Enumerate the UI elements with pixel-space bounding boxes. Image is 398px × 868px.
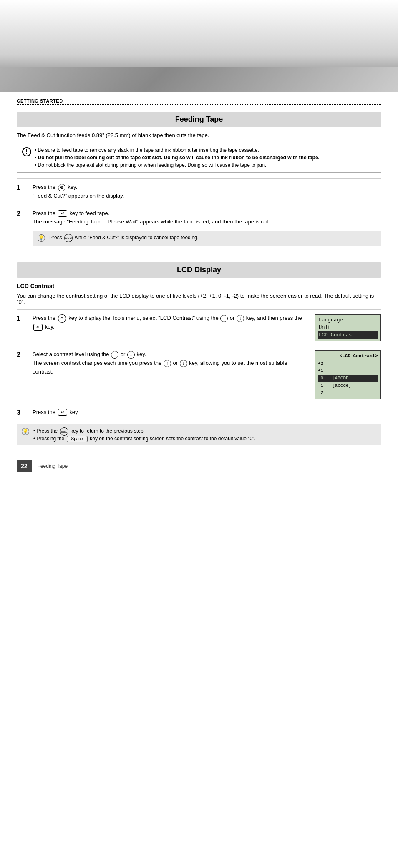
lcd-step-2: 2 Select a contrast level using the ↑ or… bbox=[17, 346, 381, 404]
feed-cut-key: ⊗ bbox=[58, 184, 65, 191]
preview-p1 bbox=[330, 367, 378, 375]
section-label: GETTING STARTED bbox=[17, 98, 381, 103]
page-footer: 22 Feeding Tape bbox=[17, 458, 381, 472]
warning-icon: ! bbox=[22, 147, 31, 156]
lcd-step-1-content: Press the ⚙ key to display the Tools men… bbox=[33, 314, 381, 341]
down-arrow-3: ↓ bbox=[180, 360, 187, 367]
step2-text: Press the bbox=[33, 210, 55, 216]
feeding-tape-intro: The Feed & Cut function feeds 0.89" (22.… bbox=[17, 132, 381, 138]
lcd-step-3-content: Press the ↵ key. bbox=[33, 408, 381, 417]
tip-press: Press bbox=[49, 235, 62, 241]
lcd-step1-text: Press the ⚙ key to display the Tools men… bbox=[33, 314, 308, 331]
warning-box: ! • Be sure to feed tape to remove any s… bbox=[17, 143, 381, 173]
preview-n1: [abcde] bbox=[330, 382, 378, 390]
lcd-contrast-header: <LCD Contrast> bbox=[318, 353, 378, 360]
preview-n2 bbox=[330, 389, 378, 397]
lcd-levels-grid: +2 +1 0 [ABCDE] -1 [abcde] -2 bbox=[318, 360, 378, 397]
lcd-contrast-title: LCD Contrast bbox=[17, 283, 381, 289]
up-arrow-2: ↑ bbox=[111, 351, 118, 359]
footer-label: Feeding Tape bbox=[38, 463, 68, 469]
lcd-screen-2: <LCD Contrast> +2 +1 0 [ABCDE] -1 [abcde… bbox=[315, 350, 381, 399]
tip-content-1: Press ESC while "Feed & Cut?" is display… bbox=[49, 234, 199, 242]
step-number-2: 2 bbox=[17, 209, 28, 218]
lcd-contrast-title-display: <LCD Contrast> bbox=[340, 353, 378, 360]
level-n2: -2 bbox=[318, 389, 330, 397]
lcd-screen-1: Language Unit LCD Contrast bbox=[315, 314, 381, 341]
esc-key-2: ESC bbox=[60, 427, 68, 436]
enter-key-2: ↵ bbox=[33, 324, 43, 331]
lcd-step-1: 1 Press the ⚙ key to display the Tools m… bbox=[17, 309, 381, 346]
down-arrow-2: ↓ bbox=[127, 351, 135, 359]
warning-item-2: • Do not pull the label coming out of th… bbox=[35, 155, 320, 161]
lcd-step-number-1: 1 bbox=[17, 314, 28, 323]
feeding-step-2: 2 Press the ↵ key to feed tape. The mess… bbox=[17, 205, 381, 250]
preview-p2 bbox=[330, 360, 378, 368]
step-1-content: Press the ⊗ key. "Feed & Cut?" appears o… bbox=[33, 183, 381, 201]
section-divider bbox=[17, 104, 381, 105]
esc-key: ESC bbox=[64, 234, 73, 242]
lcd-line-3: LCD Contrast bbox=[318, 331, 378, 339]
tip-icon-2: 💡 bbox=[22, 428, 29, 435]
level-p2: +2 bbox=[318, 360, 330, 368]
down-arrow-1: ↓ bbox=[237, 315, 244, 322]
warning-text: • Be sure to feed tape to remove any sla… bbox=[35, 146, 320, 169]
lcd-step-3: 3 Press the ↵ key. bbox=[17, 404, 381, 421]
level-p1: +1 bbox=[318, 367, 330, 375]
tip-icon-1: 💡 bbox=[38, 234, 45, 242]
step-number-1: 1 bbox=[17, 183, 28, 192]
level-n1: -1 bbox=[318, 382, 330, 390]
lcd-step-number-2: 2 bbox=[17, 350, 28, 359]
tip-item-1: • Press the ESC key to return to the pre… bbox=[33, 427, 256, 436]
tip-item-2: • Pressing the Space key on the contrast… bbox=[33, 436, 256, 442]
enter-key-1: ↵ bbox=[58, 210, 67, 217]
up-arrow-1: ↑ bbox=[220, 315, 228, 322]
lcd-step-number-3: 3 bbox=[17, 408, 28, 417]
preview-0: [ABCDE] bbox=[330, 375, 378, 382]
enter-key-3: ↵ bbox=[58, 409, 67, 416]
feeding-tape-title: Feeding Tape bbox=[17, 112, 381, 127]
space-key: Space bbox=[67, 436, 88, 442]
lcd-step2-text: Select a contrast level using the ↑ or ↓… bbox=[33, 350, 308, 376]
up-arrow-3: ↑ bbox=[164, 360, 171, 367]
step1-suffix: key. bbox=[68, 184, 77, 190]
tip-suffix: while "Feed & Cut?" is displayed to canc… bbox=[75, 235, 199, 241]
step2-suffix: key to feed tape. bbox=[69, 210, 109, 216]
lcd-contrast-intro: You can change the contrast setting of t… bbox=[17, 293, 381, 305]
header-image bbox=[0, 0, 398, 92]
feeding-step-1: 1 Press the ⊗ key. "Feed & Cut?" appears… bbox=[17, 178, 381, 205]
lcd-line-1: Language bbox=[318, 316, 378, 324]
warning-item-1: • Be sure to feed tape to remove any sla… bbox=[35, 147, 259, 153]
step2-sub: The message "Feeding Tape... Please Wait… bbox=[33, 218, 270, 225]
lcd-tip-box: 💡 • Press the ESC key to return to the p… bbox=[17, 424, 381, 445]
lcd-section: LCD Display LCD Contrast You can change … bbox=[17, 262, 381, 445]
page-number: 22 bbox=[17, 460, 32, 472]
warning-item-3: • Do not block the tape exit slot during… bbox=[35, 162, 266, 168]
step1-text: Press the bbox=[33, 184, 55, 190]
step1-sub: "Feed & Cut?" appears on the display. bbox=[33, 193, 124, 199]
feeding-tip-box: 💡 Press ESC while "Feed & Cut?" is displ… bbox=[33, 231, 381, 246]
tools-key: ⚙ bbox=[58, 314, 66, 323]
lcd-line-2: Unit bbox=[318, 324, 378, 331]
step-2-content: Press the ↵ key to feed tape. The messag… bbox=[33, 209, 381, 246]
lcd-tips-content: • Press the ESC key to return to the pre… bbox=[33, 427, 256, 442]
level-0-highlighted: 0 bbox=[318, 375, 330, 382]
lcd-step-2-content: Select a contrast level using the ↑ or ↓… bbox=[33, 350, 381, 399]
lcd-display-title: LCD Display bbox=[17, 262, 381, 278]
